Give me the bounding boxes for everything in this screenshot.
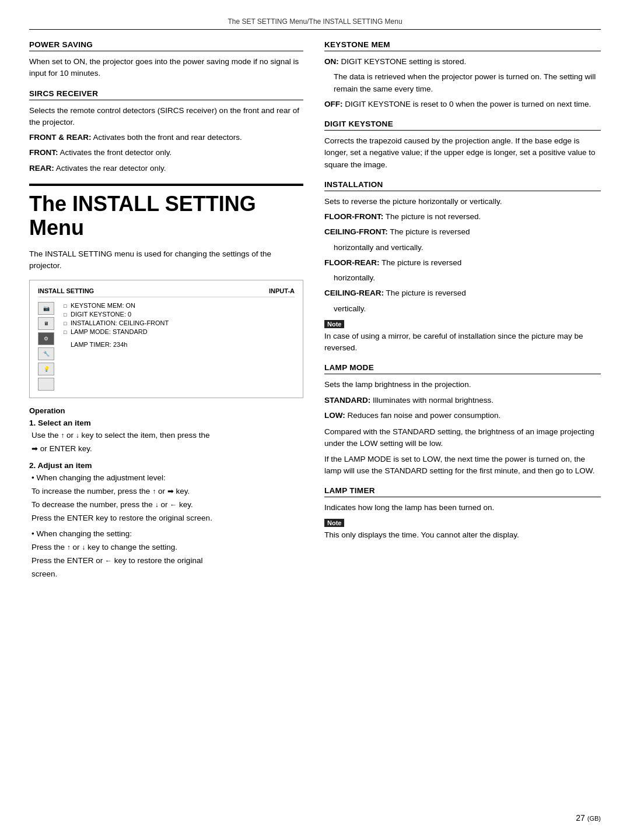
menu-box-input: INPUT-A bbox=[269, 287, 295, 294]
step2-screen: screen. bbox=[32, 568, 303, 580]
menu-icon-1: 📷 bbox=[38, 302, 54, 315]
section-keystone-mem: Keystone Mem ON: DIGIT KEYSTONE setting … bbox=[324, 40, 601, 110]
km-on-label: ON: bbox=[324, 57, 339, 66]
lamp-timer-note: Note This only displays the time. You ca… bbox=[324, 518, 601, 541]
step2-press1: Press the ↑ or ↓ key to change the setti… bbox=[32, 542, 303, 553]
step2-restore: Press the ENTER key to restore the origi… bbox=[32, 512, 303, 524]
menu-icon-3-active: ⚙ bbox=[38, 332, 54, 345]
sircs-rear: REAR: Activates the rear detector only. bbox=[29, 163, 303, 174]
lamp-timer-body: Indicates how long the lamp has been tur… bbox=[324, 502, 601, 514]
step1-title: 1. Select an item bbox=[29, 419, 303, 427]
page-num-value: 27 bbox=[576, 813, 585, 823]
step2-decrease: To decrease the number, press the ↓ or ←… bbox=[32, 499, 303, 511]
note-label-2: Note bbox=[324, 519, 344, 527]
arrow-down-3: ↓ bbox=[82, 542, 85, 553]
install-desc: The INSTALL SETTING menu is used for cha… bbox=[29, 248, 303, 272]
lm-low-body: Reduces fan noise and power consumption. bbox=[348, 411, 501, 420]
sircs-body: Selects the remote control detectors (SI… bbox=[29, 105, 303, 129]
keystone-mem-on-detail: The data is retrieved when the projector… bbox=[324, 71, 601, 95]
installation-note: Note In case of using a mirror, be caref… bbox=[324, 319, 601, 354]
section-digit-keystone: Digit Keystone Corrects the trapezoid ca… bbox=[324, 120, 601, 171]
section-title-keystone-mem: Keystone Mem bbox=[324, 40, 601, 51]
lamp-mode-compared: Compared with the STANDARD setting, the … bbox=[324, 426, 601, 450]
step2-increase: To increase the number, press the ↑ or ➡… bbox=[32, 486, 303, 497]
menu-box-label: INSTALL SETTING bbox=[38, 287, 94, 294]
menu-dot-4: □ bbox=[64, 329, 68, 334]
lamp-timer-note-text: This only displays the time. You cannot … bbox=[324, 529, 601, 541]
lm-std-body: Illuminates with normal brightness. bbox=[373, 396, 494, 405]
sircs-f-body: Activates the front detector only. bbox=[60, 148, 172, 157]
menu-item-lamp-mode: □ LAMP MODE: STANDARD bbox=[64, 328, 295, 335]
step2-press2: Press the ENTER or ← key to restore the … bbox=[32, 555, 303, 567]
sircs-front: FRONT: Activates the front detector only… bbox=[29, 147, 303, 159]
operation-title: Operation bbox=[29, 406, 303, 415]
menu-item-keystone-mem-text: KEYSTONE MEM: ON bbox=[71, 302, 135, 309]
menu-icon-6 bbox=[38, 378, 54, 391]
section-sircs: Sircs Receiver Selects the remote contro… bbox=[29, 89, 303, 174]
arrow-up-3: ↑ bbox=[67, 542, 71, 553]
km-on-body: DIGIT KEYSTONE setting is stored. bbox=[341, 57, 467, 66]
page-num-gb: (GB) bbox=[587, 815, 601, 822]
step1-line2: ➡ or ENTER key. bbox=[32, 443, 303, 455]
digit-keystone-body: Corrects the trapezoid caused by the pro… bbox=[324, 135, 601, 171]
arrow-up-1: ↑ bbox=[61, 430, 64, 441]
menu-box-content: 📷 🖥 ⚙ 🔧 💡 □ KEYSTONE MEM: ON □ bbox=[38, 302, 295, 391]
step2-body: • When changing the adjustment level: To… bbox=[29, 472, 303, 581]
menu-lamp-timer-text: LAMP TIMER: 234h bbox=[71, 341, 127, 348]
lamp-mode-if-set: If the LAMP MODE is set to LOW, the next… bbox=[324, 454, 601, 477]
arrow-down-1: ↓ bbox=[76, 430, 79, 441]
km-off-label: OFF: bbox=[324, 100, 343, 108]
arrow-left-1: ← bbox=[170, 500, 177, 510]
menu-dot-3: □ bbox=[64, 321, 68, 325]
menu-icon-4: 🔧 bbox=[38, 347, 54, 360]
header-text: The SET SETTING Menu/The INSTALL SETTING… bbox=[228, 17, 402, 26]
menu-item-keystone-mem: □ KEYSTONE MEM: ON bbox=[64, 302, 295, 309]
section-title-lamp-timer: Lamp Timer bbox=[324, 486, 601, 497]
sircs-f-label: FRONT: bbox=[29, 148, 58, 157]
installation-ceiling-front-detail: horizontally and vertically. bbox=[324, 242, 601, 254]
arrow-left-2: ← bbox=[105, 556, 112, 566]
page-header: The SET SETTING Menu/The INSTALL SETTING… bbox=[29, 17, 601, 30]
arrow-right-1: ➡ bbox=[32, 443, 38, 455]
left-column: Power Saving When set to ON, the project… bbox=[29, 40, 303, 590]
installation-floor-front: FLOOR-FRONT: The picture is not reversed… bbox=[324, 211, 601, 223]
section-title-lamp-mode: Lamp Mode bbox=[324, 363, 601, 374]
page-number: 27 (GB) bbox=[576, 813, 601, 823]
ff-body: The picture is not reversed. bbox=[386, 212, 481, 221]
menu-item-digit-keystone-text: DIGIT KEYSTONE: 0 bbox=[71, 311, 131, 318]
arrow-down-2: ↓ bbox=[155, 500, 159, 510]
install-title-line2: Menu bbox=[29, 216, 84, 240]
keystone-mem-on: ON: DIGIT KEYSTONE setting is stored. bbox=[324, 56, 601, 68]
keystone-mem-off: OFF: DIGIT KEYSTONE is reset to 0 when t… bbox=[324, 99, 601, 110]
menu-item-digit-keystone: □ DIGIT KEYSTONE: 0 bbox=[64, 311, 295, 318]
section-title-sircs: Sircs Receiver bbox=[29, 89, 303, 100]
lamp-mode-body: Sets the lamp brightness in the projecti… bbox=[324, 379, 601, 391]
sircs-front-rear: FRONT & REAR: Activates both the front a… bbox=[29, 132, 303, 143]
arrow-right-2: ➡ bbox=[167, 486, 174, 497]
page: The SET SETTING Menu/The INSTALL SETTING… bbox=[0, 0, 630, 840]
section-power-saving: Power Saving When set to ON, the project… bbox=[29, 40, 303, 80]
step2-title: 2. Adjust an item bbox=[29, 461, 303, 470]
installation-body: Sets to reverse the picture horizontally… bbox=[324, 196, 601, 208]
installation-floor-rear-detail: horizontally. bbox=[324, 272, 601, 284]
power-saving-body: When set to ON, the projector goes into … bbox=[29, 56, 303, 80]
menu-dot-2: □ bbox=[64, 312, 68, 317]
right-column: Keystone Mem ON: DIGIT KEYSTONE setting … bbox=[324, 40, 601, 590]
step1-body: Use the ↑ or ↓ key to select the item, t… bbox=[29, 430, 303, 455]
sircs-r-label: REAR: bbox=[29, 164, 54, 173]
installation-ceiling-rear: CEILING-REAR: The picture is reversed bbox=[324, 287, 601, 299]
section-title-power-saving: Power Saving bbox=[29, 40, 303, 51]
menu-dot-1: □ bbox=[64, 303, 68, 308]
install-menu-box: INSTALL SETTING INPUT-A 📷 🖥 ⚙ 🔧 💡 □ bbox=[29, 280, 303, 398]
installation-note-text: In case of using a mirror, be careful of… bbox=[324, 331, 601, 354]
cf-label: CEILING-FRONT: bbox=[324, 227, 388, 236]
menu-item-installation: □ INSTALLATION: CEILING-FRONT bbox=[64, 319, 295, 326]
installation-ceiling-rear-detail: vertically. bbox=[324, 303, 601, 315]
menu-item-lamp-mode-text: LAMP MODE: STANDARD bbox=[71, 328, 148, 335]
section-installation: Installation Sets to reverse the picture… bbox=[324, 180, 601, 354]
fr-label: FLOOR-REAR: bbox=[324, 258, 380, 267]
step1-line1: Use the ↑ or ↓ key to select the item, t… bbox=[32, 430, 303, 441]
lm-low-label: LOW: bbox=[324, 411, 345, 420]
lamp-mode-standard: STANDARD: Illuminates with normal bright… bbox=[324, 395, 601, 406]
section-title-digit-keystone: Digit Keystone bbox=[324, 120, 601, 131]
